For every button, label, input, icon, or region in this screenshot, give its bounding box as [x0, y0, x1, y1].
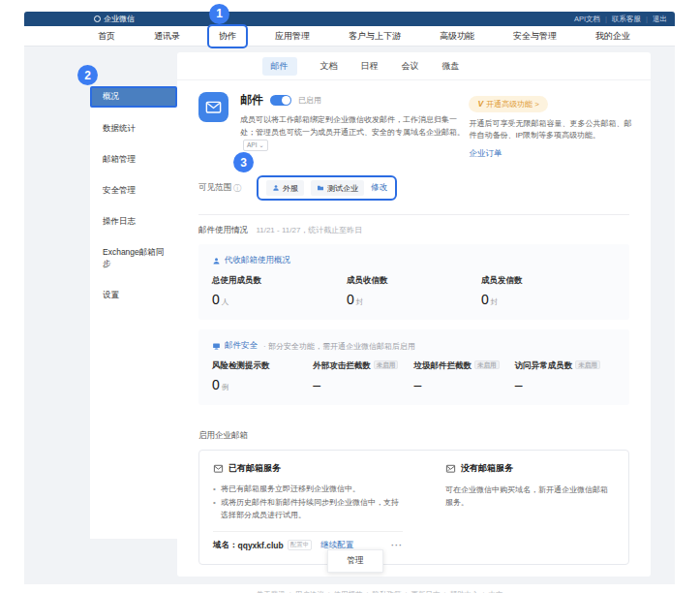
api-dropdown-tag[interactable]: API ⌄	[243, 140, 268, 152]
nav-item-collaboration-label: 协作	[219, 31, 236, 41]
stat-abnormal-members: 访问异常成员数未启用 –	[515, 360, 616, 392]
api-docs-link[interactable]: API文档	[574, 15, 600, 24]
usage-title: 邮件使用情况	[198, 225, 248, 234]
sidebar-item-statistics[interactable]: 数据统计	[90, 117, 177, 140]
no-mailbox-description: 可在企业微信中购买域名，新开通企业微信邮箱服务。	[445, 484, 615, 510]
not-enabled-badge: 未启用	[474, 360, 500, 369]
sidebar-item-overview[interactable]: 概况 2	[90, 86, 177, 108]
monitor-icon	[212, 342, 221, 351]
manage-menu-item[interactable]: 管理	[327, 549, 383, 573]
page-footer: 关于腾讯用户协议使用规范隐私政策更新日志帮助中心中文 ▾ © 1998 - 20…	[90, 577, 675, 593]
sidebar-item-settings[interactable]: 设置	[90, 284, 177, 307]
more-actions-icon[interactable]: ···	[391, 541, 403, 550]
tab-docs[interactable]: 文档	[320, 60, 338, 73]
annotation-badge-3: 3	[233, 152, 254, 172]
tab-mail[interactable]: 邮件	[262, 57, 297, 76]
envelope-icon	[213, 463, 224, 474]
topbar-links: API文档 联系客服 退出	[574, 15, 667, 24]
enterprise-order-link[interactable]: 企业订单	[469, 148, 502, 160]
receive-card-title: 代收邮箱使用概况	[225, 255, 290, 266]
not-enabled-badge: 未启用	[374, 360, 399, 369]
security-card-title: 邮件安全	[225, 340, 258, 352]
not-enabled-badge: 未启用	[575, 360, 600, 369]
nav-item-contacts[interactable]: 通讯录	[154, 30, 180, 43]
envelope-slash-icon	[445, 463, 456, 474]
sidebar-item-exchange-sync[interactable]: Exchange邮箱同步	[90, 241, 177, 276]
bullet-sync: 或将历史邮件和新邮件持续同步到企业微信中，支持选择部分成员进行试用。	[213, 496, 403, 522]
nav-item-advanced[interactable]: 高级功能	[440, 30, 474, 43]
mail-app-header: 邮件 已启用 成员可以将工作邮箱绑定到企业微信收发邮件，工作消息归集一处；管理员…	[177, 80, 651, 160]
nav-item-collaboration[interactable]: 协作 1	[207, 24, 248, 48]
stat-risk-alerts: 风险检测提示数 0例	[212, 360, 313, 392]
visible-range-tags: 外服 测试企业 修改 3	[257, 175, 397, 201]
tab-meeting[interactable]: 会议	[402, 60, 419, 73]
department-tag[interactable]: 测试企业	[311, 180, 364, 196]
mail-description: 成员可以将工作邮箱绑定到企业微信收发邮件，工作消息归集一处；管理员也可统一为成员…	[240, 114, 469, 152]
mail-enable-toggle[interactable]	[270, 95, 291, 106]
no-mailbox-title: 没有邮箱服务	[461, 462, 513, 475]
sidebar-item-operation-log[interactable]: 操作日志	[90, 210, 177, 234]
receive-mailbox-card: 代收邮箱使用概况 总使用成员数 0人 成员收信数 0封 成员发信数	[198, 244, 629, 320]
member-tag[interactable]: 外服	[266, 180, 304, 196]
card-divider	[213, 531, 403, 532]
main-panel: 邮件 文档 日程 会议 微盘 邮件 已启用	[177, 52, 651, 577]
primary-nav: 首页 通讯录 协作 1 应用管理 客户与上下游 高级功能 安全与管理 我的企业	[24, 26, 675, 47]
app-window: 企业微信 API文档 联系客服 退出 首页 通讯录 协作 1 应用管理 客户与上…	[24, 12, 675, 584]
status-label: 已启用	[298, 95, 321, 106]
logout-link[interactable]: 退出	[641, 15, 667, 24]
wecom-logo-icon	[94, 16, 101, 22]
upgrade-button[interactable]: V 开通高级功能 >	[469, 96, 548, 112]
upgrade-description: 开通后可享受无限邮箱容量、更多公共邮箱、邮件自动备份、IP限制等多项高级功能。	[469, 118, 635, 143]
usage-header: 邮件使用情况 11/21 - 11/27，统计截止至昨日	[177, 215, 651, 241]
has-mailbox-bullets: 将已有邮箱服务立即迁移到企业微信中。 或将历史邮件和新邮件持续同步到企业微信中，…	[213, 483, 403, 522]
page-body: 概况 2 数据统计 邮箱管理 安全管理 操作日志 Exchange邮箱同步 设置…	[24, 47, 675, 584]
sidebar-item-mailbox-management[interactable]: 邮箱管理	[90, 148, 177, 172]
annotation-badge-2: 2	[77, 65, 98, 85]
annotation-badge-1: 1	[209, 4, 229, 24]
sidebar: 概况 2 数据统计 邮箱管理 安全管理 操作日志 Exchange邮箱同步 设置	[90, 86, 177, 539]
stat-spam-blocked: 垃圾邮件拦截数未启用 –	[414, 360, 515, 392]
tab-drive[interactable]: 微盘	[442, 60, 460, 73]
page-title: 邮件	[240, 92, 263, 109]
configuring-badge: 配置中	[288, 540, 313, 550]
person-icon	[272, 184, 280, 192]
top-bar: 企业微信 API文档 联系客服 退出	[24, 12, 675, 26]
department-tag-label: 测试企业	[327, 183, 358, 194]
modify-link[interactable]: 修改	[371, 182, 387, 194]
wecom-logo[interactable]: 企业微信	[94, 14, 135, 24]
nav-item-home[interactable]: 首页	[98, 30, 115, 43]
nav-item-customers[interactable]: 客户与上下游	[349, 30, 401, 43]
member-tag-label: 外服	[283, 183, 298, 194]
domain-label: 域名：	[213, 540, 238, 551]
feature-tabs: 邮件 文档 日程 会议 微盘	[177, 52, 651, 80]
no-mailbox-column: 没有邮箱服务 可在企业微信中购买域名，新开通企业微信邮箱服务。	[445, 462, 615, 551]
folder-icon	[317, 184, 324, 192]
nav-item-app-management[interactable]: 应用管理	[275, 30, 310, 43]
visible-range-label: 可见范围	[198, 182, 231, 194]
nav-item-security[interactable]: 安全与管理	[513, 30, 557, 43]
domain-value: qqyxkf.club	[238, 541, 284, 550]
sidebar-item-overview-label: 概况	[103, 91, 119, 101]
wecom-logo-text: 企业微信	[104, 14, 135, 24]
mail-description-text: 成员可以将工作邮箱绑定到企业微信收发邮件，工作消息归集一处；管理员也可统一为成员…	[240, 115, 465, 137]
upgrade-panel: V 开通高级功能 > 开通后可享受无限邮箱容量、更多公共邮箱、邮件自动备份、IP…	[469, 92, 635, 160]
has-mailbox-title: 已有邮箱服务	[228, 462, 281, 475]
enable-mailbox-title: 启用企业邮箱	[177, 415, 651, 450]
person-icon	[212, 257, 221, 265]
stat-total-members: 总使用成员数 0人	[212, 275, 347, 307]
tab-calendar[interactable]: 日程	[361, 60, 379, 73]
vip-icon: V	[477, 99, 483, 109]
nav-item-my-company[interactable]: 我的企业	[595, 30, 630, 43]
stat-received-mails: 成员收信数 0封	[347, 275, 481, 307]
has-mailbox-column: 已有邮箱服务 将已有邮箱服务立即迁移到企业微信中。 或将历史邮件和新邮件持续同步…	[213, 462, 403, 551]
usage-date-range: 11/21 - 11/27，统计截止至昨日	[256, 226, 362, 234]
info-icon[interactable]: ⓘ	[233, 183, 241, 194]
sidebar-item-security-management[interactable]: 安全管理	[90, 179, 177, 203]
contact-support-link[interactable]: 联系客服	[600, 15, 641, 24]
upgrade-button-label: 开通高级功能 >	[486, 99, 539, 109]
stat-external-attacks: 外部攻击拦截数未启用 –	[313, 360, 413, 392]
visible-range-row: 可见范围 ⓘ 外服 测试企业 修改 3	[177, 160, 651, 201]
bullet-migrate: 将已有邮箱服务立即迁移到企业微信中。	[213, 483, 403, 496]
mail-app-icon	[198, 92, 228, 122]
mailbox-service-card: 已有邮箱服务 将已有邮箱服务立即迁移到企业微信中。 或将历史邮件和新邮件持续同步…	[198, 450, 629, 565]
